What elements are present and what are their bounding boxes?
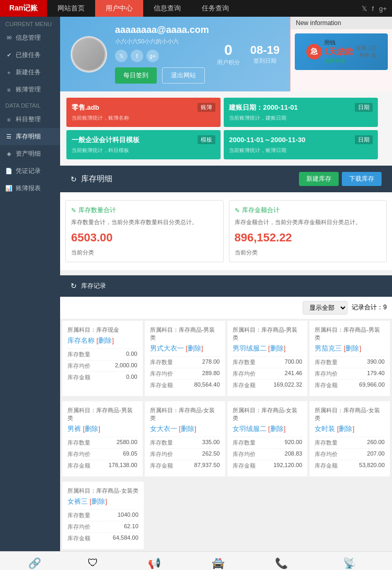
inv-category-8: 所属科目：库存商品-女装类: [67, 487, 139, 495]
sidebar-item-assets[interactable]: ◈ 资产明细: [0, 145, 60, 162]
inv-row-amount-5: 库存金额 87,937.50: [150, 460, 220, 471]
inv-row-qty-8: 库存数量 1040.00: [67, 509, 139, 521]
inv-row-avg-7: 库存均价 207.00: [315, 448, 385, 460]
inv-delete-1[interactable]: 删除: [188, 344, 201, 352]
facebook-icon[interactable]: f: [372, 5, 374, 13]
sidebar-item-inventory[interactable]: ☰ 库存明细: [0, 128, 60, 145]
inv-delete-4[interactable]: 删除: [85, 425, 98, 433]
sidebar-item-new-task[interactable]: + 新建任务: [0, 64, 60, 81]
stat-amount-value: 896,152.22: [235, 231, 382, 245]
inventory-icon: ☰: [5, 133, 13, 141]
nav-items: 网站首页 用户中心 信息查询 任务查询: [47, 0, 362, 17]
inv-row-qty-0: 库存数量 0.00: [67, 348, 137, 360]
profile-social: 𝕏 f g+: [115, 50, 209, 62]
sidebar-item-label: 库存明细: [16, 132, 41, 141]
records-section-header: ↻ 库存记录: [60, 275, 392, 297]
empty-space: [146, 482, 390, 549]
date-value: 08-19: [250, 43, 280, 57]
inv-row-avg-5: 库存均价 262.50: [150, 448, 220, 460]
sidebar-item-info[interactable]: ✉ 信息管理: [0, 29, 60, 46]
section-actions: 新建库存 下载库存: [299, 172, 382, 186]
logo: Ran记账: [0, 0, 47, 17]
sidebar-item-subjects[interactable]: ≡ 科目整理: [0, 111, 60, 128]
footer-icon-1: 🛡: [88, 557, 98, 569]
list-icon: ≡: [5, 116, 13, 123]
date-label: 签到日期: [250, 57, 280, 65]
logout-button[interactable]: 退出网站: [162, 67, 205, 84]
acc-sub-0: 当前账簿统计，账簿名称: [72, 114, 215, 122]
nav-home[interactable]: 网站首页: [47, 0, 95, 17]
pencil-icon: ✎: [71, 207, 76, 214]
ad-banner[interactable]: 急 用钱 1天放款 免费申请 金额 1万 利率 低: [295, 33, 388, 70]
score-label: 用户积分: [217, 59, 240, 66]
sidebar-item-vouchers[interactable]: 📄 凭证记录: [0, 162, 60, 180]
inv-name-8: 女裤三 [删除]: [67, 497, 139, 506]
inventory-section-header: ↻ 库存明细 新建库存 下载库存: [60, 166, 392, 192]
sidebar-item-ledger[interactable]: ≡ 账簿管理: [0, 81, 60, 98]
new-info-title: New information: [291, 17, 392, 29]
inv-row-avg-6: 库存均价 208.83: [233, 448, 303, 460]
sidebar-item-tasks[interactable]: ✔ 已接任务: [0, 46, 60, 64]
mail-icon: ✉: [5, 34, 13, 42]
filter-select[interactable]: 显示全部: [303, 301, 348, 315]
sidebar-item-label: 新建任务: [16, 68, 41, 77]
check-icon: ✔: [5, 52, 13, 59]
inv-delete-5[interactable]: 删除: [181, 425, 194, 433]
inv-name-7: 女时装 [删除]: [315, 424, 385, 434]
sidebar-item-label: 已接任务: [16, 51, 41, 60]
report-icon: 📊: [5, 185, 13, 192]
inv-delete-0[interactable]: 删除: [98, 336, 112, 344]
sidebar-menu-title: Current Menu: [0, 17, 60, 29]
inv-row-amount-3: 库存金额 69,966.00: [315, 379, 385, 391]
inv-row-qty-4: 库存数量 2580.00: [67, 437, 137, 448]
inv-row-avg-3: 库存均价 179.40: [315, 368, 385, 379]
pencil-icon-2: ✎: [235, 207, 240, 214]
main-layout: Current Menu ✉ 信息管理 ✔ 已接任务 + 新建任务 ≡ 账簿管理…: [0, 17, 392, 551]
nav-info[interactable]: 信息查询: [143, 0, 191, 17]
sidebar-item-reports[interactable]: 📊 账簿报表: [0, 180, 60, 197]
signin-button[interactable]: 每日签到: [115, 67, 157, 84]
inv-delete-7[interactable]: 删除: [339, 425, 352, 433]
acc-badge-3: 日期: [355, 135, 373, 144]
acc-name-2: 一般企业会计科目模板: [72, 135, 140, 145]
inv-row-amount-4: 库存金额 178,138.00: [67, 460, 137, 471]
avatar: [71, 36, 107, 73]
footer-icon-2: 📢: [148, 557, 161, 569]
stat-card-qty: ✎ 库存数量合计 库存数量合计，当前分类库存数量科目分类总计。 6503.00 …: [65, 200, 224, 262]
inv-row-amount-7: 库存金额 53,820.00: [315, 460, 385, 471]
inv-delete-6[interactable]: 删除: [270, 425, 284, 433]
inv-row-amount-1: 库存金额 80,564.40: [150, 379, 220, 391]
google-icon[interactable]: g+: [379, 5, 387, 13]
inv-row-avg-1: 库存均价 289.80: [150, 368, 220, 379]
footer-item-1: 🛡 经营性网站备案: [75, 557, 111, 570]
stat-amount-sub: 当前分类: [235, 249, 382, 257]
inventory-grid-row2: 所属科目：库存商品-男装类 男裤 [删除] 库存数量 2580.00 库存均价 …: [60, 399, 392, 479]
inv-delete-2[interactable]: 删除: [270, 344, 284, 352]
new-inventory-button[interactable]: 新建库存: [299, 172, 339, 186]
score-value: 0: [217, 42, 240, 59]
inv-card-6: 所属科目：库存商品-女装类 女羽绒服二 [删除] 库存数量 920.00 库存均…: [227, 401, 308, 476]
account-card-3: 2000-11-01～2000-11-30 日期 当前账簿统计，账簿日期: [224, 130, 378, 159]
inv-card-1: 所属科目：库存商品-男装类 男式大衣一 [删除] 库存数量 278.00 库存均…: [145, 321, 225, 396]
acc-sub-2: 当前账簿统计，科目模板: [72, 147, 215, 154]
inv-card-4: 所属科目：库存商品-男装类 男裤 [删除] 库存数量 2580.00 库存均价 …: [62, 401, 143, 476]
twitter-icon[interactable]: 𝕏: [362, 5, 367, 13]
stat-amount-title: ✎ 库存金额合计: [235, 206, 382, 215]
twitter-link[interactable]: 𝕏: [115, 50, 128, 62]
download-inventory-button[interactable]: 下载库存: [342, 172, 382, 186]
nav-tasks[interactable]: 任务查询: [191, 0, 239, 17]
acc-name-1: 建账日期：2000-11-01: [229, 103, 298, 112]
profile-sub: 小六小六50小六的小小六: [115, 38, 209, 45]
sidebar-item-label: 信息管理: [16, 33, 41, 42]
score-stat: 0 用户积分: [217, 42, 240, 66]
nav-user-center[interactable]: 用户中心: [95, 0, 143, 17]
acc-badge-1: 日期: [355, 103, 373, 112]
inv-card-5: 所属科目：库存商品-女装类 女大衣一 [删除] 库存数量 335.00 库存均价…: [145, 401, 225, 476]
footer-item-5: 📡 无线互联网业自律同盟: [324, 557, 376, 571]
google-link[interactable]: g+: [146, 50, 159, 62]
inv-delete-3[interactable]: 删除: [345, 344, 359, 352]
inv-delete-8[interactable]: 删除: [91, 497, 105, 505]
facebook-link[interactable]: f: [131, 50, 143, 62]
profile-section: aaaaaaaa@aaaa.com 小六小六50小六的小小六 𝕏 f g+ 每日…: [60, 17, 392, 91]
inv-name-4: 男裤 [删除]: [67, 424, 137, 434]
